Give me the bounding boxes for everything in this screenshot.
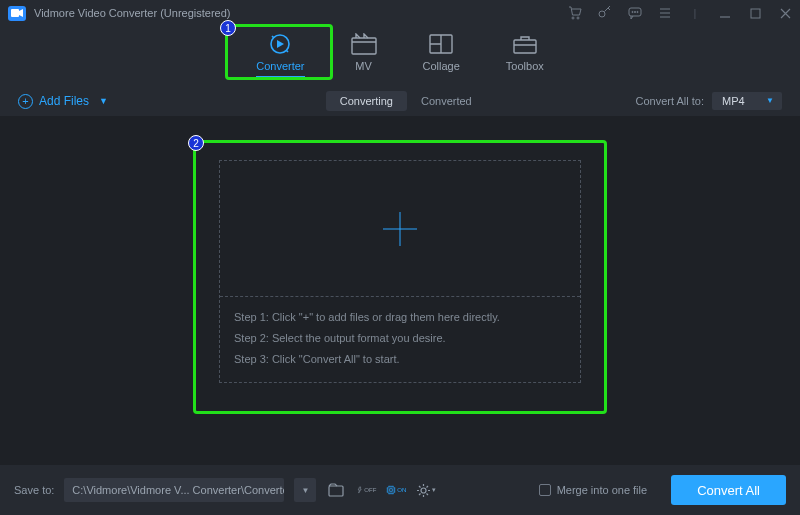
svg-point-3 (599, 11, 605, 17)
add-files-button[interactable]: + Add Files ▼ (18, 94, 108, 109)
open-folder-icon[interactable] (326, 480, 346, 500)
save-to-label: Save to: (14, 484, 54, 496)
hw-accel-icon[interactable]: OFF (356, 480, 376, 500)
svg-point-6 (634, 11, 635, 12)
dropzone-top (220, 161, 580, 296)
tab-converting[interactable]: Converting (326, 91, 407, 111)
svg-point-16 (421, 488, 426, 493)
tab-label: Collage (423, 60, 460, 72)
svg-point-7 (637, 11, 638, 12)
collage-icon (429, 32, 453, 56)
mv-icon (351, 32, 377, 56)
tab-toolbox[interactable]: Toolbox (506, 32, 544, 76)
toolbox-icon (513, 32, 537, 56)
svg-point-1 (572, 17, 574, 19)
close-icon[interactable] (778, 6, 792, 20)
svg-rect-12 (514, 40, 536, 53)
step-1: Step 1: Click "+" to add files or drag t… (234, 307, 566, 328)
svg-rect-13 (329, 486, 343, 496)
tab-collage[interactable]: Collage (423, 32, 460, 76)
menu-icon[interactable] (658, 6, 672, 20)
svg-rect-0 (11, 9, 19, 17)
maximize-icon[interactable] (748, 6, 762, 20)
merge-label: Merge into one file (557, 484, 648, 496)
tab-label: Toolbox (506, 60, 544, 72)
plus-circle-icon: + (18, 94, 33, 109)
tab-label: MV (355, 60, 372, 72)
main-area: Step 1: Click "+" to add files or drag t… (0, 116, 800, 465)
convert-all-to: Convert All to: MP4 ▼ (636, 92, 782, 110)
tab-mv[interactable]: MV (351, 32, 377, 76)
tab-converter[interactable]: Converter (256, 32, 304, 78)
footer: Save to: C:\Vidmore\Vidmore V... Convert… (0, 465, 800, 515)
svg-rect-15 (390, 489, 393, 492)
output-format-select[interactable]: MP4 ▼ (712, 92, 782, 110)
app-window: Vidmore Video Converter (Unregistered) |… (0, 0, 800, 515)
merge-checkbox[interactable]: Merge into one file (539, 484, 648, 496)
svg-rect-10 (352, 38, 376, 54)
chevron-down-icon: ▼ (99, 96, 108, 106)
titlebar: Vidmore Video Converter (Unregistered) | (0, 0, 800, 26)
feedback-icon[interactable] (628, 6, 642, 20)
app-title: Vidmore Video Converter (Unregistered) (34, 7, 230, 19)
settings-icon[interactable]: ▾ (416, 480, 436, 500)
svg-point-2 (577, 17, 579, 19)
save-path-field[interactable]: C:\Vidmore\Vidmore V... Converter\Conver… (64, 478, 284, 502)
tab-label: Converter (256, 60, 304, 72)
toolbar: + Add Files ▼ Converting Converted Conve… (0, 86, 800, 116)
annotation-badge-1: 1 (220, 20, 236, 36)
tab-converted[interactable]: Converted (407, 91, 486, 111)
annotation-badge-2: 2 (188, 135, 204, 151)
chevron-down-icon: ▼ (766, 96, 774, 105)
add-files-label: Add Files (39, 94, 89, 108)
svg-point-5 (632, 11, 633, 12)
checkbox-icon (539, 484, 551, 496)
step-2: Step 2: Select the output format you des… (234, 328, 566, 349)
convert-all-to-label: Convert All to: (636, 95, 704, 107)
dropzone-instructions: Step 1: Click "+" to add files or drag t… (220, 296, 580, 382)
svg-rect-8 (751, 9, 760, 18)
dropzone[interactable]: Step 1: Click "+" to add files or drag t… (219, 160, 581, 383)
gpu-icon[interactable]: ON (386, 480, 406, 500)
main-tabs: Converter MV Collage Toolbox 1 (0, 26, 800, 86)
save-path-dropdown[interactable]: ▼ (294, 478, 316, 502)
cart-icon[interactable] (568, 6, 582, 20)
key-icon[interactable] (598, 6, 612, 20)
window-controls: | (568, 6, 792, 20)
divider: | (688, 6, 702, 20)
plus-icon (383, 212, 417, 246)
app-logo-icon (8, 6, 26, 21)
convert-all-button[interactable]: Convert All (671, 475, 786, 505)
svg-rect-14 (388, 487, 394, 493)
status-tabs: Converting Converted (326, 91, 486, 111)
converter-icon (268, 32, 292, 56)
minimize-icon[interactable] (718, 6, 732, 20)
output-format-value: MP4 (722, 95, 745, 107)
step-3: Step 3: Click "Convert All" to start. (234, 349, 566, 370)
